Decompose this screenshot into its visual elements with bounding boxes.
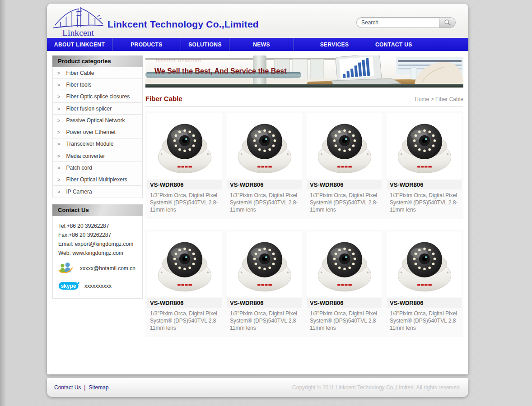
footer-contact-link[interactable]: Contact Us	[54, 384, 81, 391]
product-name[interactable]: VS-WDR806	[387, 298, 462, 308]
logo-wordmark: Linkcent	[62, 28, 94, 37]
product-description: 1/3"Pixim Orca, Digital Pixel System® (D…	[307, 308, 382, 335]
product-name[interactable]: VS-WDR806	[147, 180, 222, 189]
category-item[interactable]: > IP Camera	[53, 186, 142, 198]
nav-item[interactable]: SERVICES	[294, 38, 375, 51]
category-item[interactable]: > Power over Ethernet	[53, 126, 142, 138]
skype-id[interactable]: xxxxxxxxxx	[84, 283, 112, 289]
product-row-2: VS-WDR806 1/3"Pixim Orca, Digital Pixel …	[145, 230, 463, 337]
product-card[interactable]: VS-WDR806 1/3"Pixim Orca, Digital Pixel …	[146, 112, 223, 217]
category-label: IP Camera	[66, 189, 92, 195]
copyright-text: Copyright © 2011 Linkcent Technology Co.…	[292, 384, 461, 391]
category-label: Passive Optical Network	[66, 117, 125, 124]
chevron-right-icon: >	[57, 177, 60, 182]
product-description: 1/3"Pixim Orca, Digital Pixel System® (D…	[147, 189, 222, 217]
search-input[interactable]	[357, 18, 439, 28]
product-card[interactable]: VS-WDR806 1/3"Pixim Orca, Digital Pixel …	[226, 112, 303, 217]
footer-links: Contact Us|Sitemap	[54, 384, 109, 391]
skype-row: skype xxxxxxxxxx	[58, 281, 140, 291]
product-card[interactable]: VS-WDR806 1/3"Pixim Orca, Digital Pixel …	[306, 112, 383, 217]
category-label: Fiber Optic splice closures	[66, 93, 130, 100]
dome-camera-image	[393, 233, 456, 296]
dome-camera-image	[313, 115, 376, 178]
category-label: Media converter	[66, 153, 105, 159]
dome-camera-image	[153, 233, 216, 296]
page-title-row: Fiber Cable Home > Fiber Cable	[145, 95, 463, 107]
msn-row: xxxxx@hotamil.com.cn	[58, 261, 140, 276]
glass	[411, 68, 417, 79]
contact-us-header: Contact Us	[52, 204, 143, 216]
contact-section: Contact Us Tel:+86 20 39262287 Fax:+86 2…	[52, 204, 143, 299]
banner-slogan: We Sell the Best, And Service the Best	[154, 67, 287, 75]
product-name[interactable]: VS-WDR806	[387, 180, 462, 189]
chevron-right-icon: >	[57, 129, 60, 135]
msn-messenger-icon	[58, 261, 73, 276]
product-description: 1/3"Pixim Orca, Digital Pixel System® (D…	[227, 308, 302, 335]
category-label: Patch cord	[66, 165, 92, 171]
product-description: 1/3"Pixim Orca, Digital Pixel System® (D…	[387, 308, 462, 335]
product-card[interactable]: VS-WDR806 1/3"Pixim Orca, Digital Pixel …	[386, 231, 462, 335]
contact-line: Tel:+86 20 39262287	[58, 221, 140, 231]
search-button[interactable]	[439, 18, 455, 28]
skype-wordmark: skype	[61, 283, 76, 289]
category-label: Fiber tools	[66, 82, 91, 88]
product-image	[307, 231, 382, 297]
chevron-right-icon: >	[57, 82, 60, 88]
nav-item[interactable]: SOLUTIONS	[181, 38, 229, 51]
footer-sitemap-link[interactable]: Sitemap	[89, 384, 108, 391]
contact-line: Fax:+86 20 39262287	[58, 231, 140, 240]
category-item[interactable]: > Fiber Optic splice closures	[53, 91, 142, 103]
product-name[interactable]: VS-WDR806	[307, 180, 382, 189]
product-image	[227, 113, 302, 179]
product-description: 1/3"Pixim Orca, Digital Pixel System® (D…	[227, 189, 302, 217]
skype-logo-icon: skype	[58, 281, 80, 291]
main-page-card: Linkcent Linkcent Technology Co.,Limited…	[47, 4, 468, 374]
chevron-right-icon: >	[57, 141, 60, 147]
product-name[interactable]: VS-WDR806	[227, 298, 302, 308]
category-list: > Fiber Cable > Fiber tools > Fiber Opti…	[52, 67, 143, 198]
company-logo[interactable]: Linkcent	[51, 5, 105, 40]
magnifier-icon	[444, 19, 451, 26]
product-description: 1/3"Pixim Orca, Digital Pixel System® (D…	[147, 308, 222, 335]
laptop	[336, 55, 382, 83]
product-card[interactable]: VS-WDR806 1/3"Pixim Orca, Digital Pixel …	[386, 112, 462, 217]
company-title: Linkcent Technology Co.,Limited	[107, 19, 259, 30]
category-item[interactable]: > Passive Optical Network	[53, 115, 142, 126]
chevron-right-icon: >	[57, 118, 60, 123]
msn-address[interactable]: xxxxx@hotamil.com.cn	[80, 265, 135, 272]
search-box	[356, 17, 456, 28]
product-name[interactable]: VS-WDR806	[227, 180, 302, 189]
product-name[interactable]: VS-WDR806	[147, 298, 222, 308]
dome-camera-image	[153, 115, 216, 178]
category-item[interactable]: > Fiber Cable	[53, 67, 142, 79]
nav-item[interactable]: CONTACT US	[375, 38, 412, 51]
content-area: Product categories > Fiber Cable > Fiber…	[47, 51, 468, 337]
product-card[interactable]: VS-WDR806 1/3"Pixim Orca, Digital Pixel …	[146, 231, 223, 335]
product-card[interactable]: VS-WDR806 1/3"Pixim Orca, Digital Pixel …	[226, 231, 303, 335]
nav-item[interactable]: NEWS	[229, 38, 294, 51]
banner-bottom-band	[145, 84, 463, 88]
dome-camera-image	[233, 115, 296, 178]
footer: Contact Us|Sitemap Copyright © 2011 Link…	[47, 378, 468, 397]
category-item[interactable]: > Fiber fusion splicer	[53, 103, 142, 115]
chevron-right-icon: >	[57, 189, 60, 194]
product-name[interactable]: VS-WDR806	[307, 298, 382, 308]
category-item[interactable]: > Patch cord	[53, 162, 142, 174]
chevron-right-icon: >	[57, 94, 60, 99]
category-item[interactable]: > Fiber Optical Multiplexers	[53, 174, 142, 186]
dome-camera-image	[233, 233, 296, 296]
contact-box: Tel:+86 20 39262287 Fax:+86 20 39262287 …	[52, 216, 143, 299]
category-item[interactable]: > Fiber tools	[53, 79, 142, 91]
product-image	[387, 113, 462, 179]
category-item[interactable]: > Transceiver Module	[53, 138, 142, 150]
nav-item[interactable]: PRODUCTS	[112, 38, 181, 51]
main-column: Investor Relations	[145, 55, 463, 337]
category-label: Fiber Cable	[66, 70, 94, 76]
breadcrumb[interactable]: Home > Fiber Cable	[415, 96, 463, 102]
product-card[interactable]: VS-WDR806 1/3"Pixim Orca, Digital Pixel …	[306, 231, 383, 335]
category-item[interactable]: > Media converter	[53, 150, 142, 162]
nav-item[interactable]: ABOUT LINKCENT	[47, 38, 112, 51]
header: Linkcent Linkcent Technology Co.,Limited	[47, 4, 468, 38]
chevron-right-icon: >	[57, 165, 60, 171]
dome-camera-image	[393, 115, 456, 178]
